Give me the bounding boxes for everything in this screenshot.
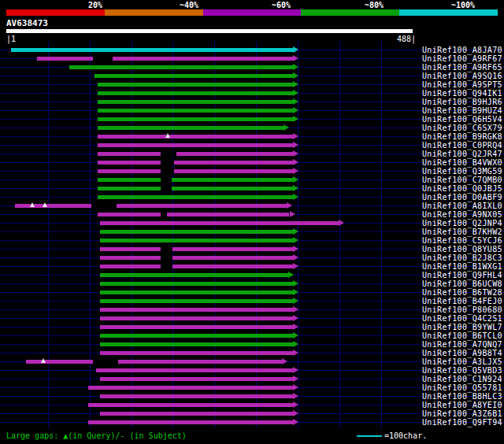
arrow-right-icon <box>293 376 298 382</box>
alignment-bar[interactable] <box>100 299 292 303</box>
alignment-bar[interactable] <box>100 265 292 268</box>
hit-label[interactable]: UniRef100_Q6H5V4 <box>422 115 502 124</box>
hit-label[interactable]: UniRef100_A7QNQ7 <box>422 340 502 349</box>
hit-label[interactable]: UniRef100_Q9FHL4 <box>422 271 502 279</box>
alignment-bar[interactable] <box>100 351 292 355</box>
hit-label[interactable]: UniRef100_A9SPT5 <box>422 80 502 89</box>
hit-label[interactable]: UniRef100_B9HJR6 <box>422 98 502 106</box>
hit-label[interactable]: UniRef100_Q3MG59 <box>422 167 502 176</box>
alignment-bar[interactable] <box>98 161 292 165</box>
alignment-bar[interactable] <box>37 57 293 61</box>
hit-label[interactable]: UniRef100_Q8YU85 <box>422 245 502 253</box>
hit-label[interactable]: UniRef100_Q2JR47 <box>422 150 502 158</box>
hit-label[interactable]: UniRef100_Q2JNP4 <box>422 219 502 228</box>
hit-label[interactable]: UniRef100_A9B8T4 <box>422 349 502 357</box>
alignment-bar[interactable] <box>98 169 292 173</box>
hit-label[interactable]: UniRef100_C5YCJ6 <box>422 236 502 245</box>
alignment-bar[interactable] <box>98 195 292 199</box>
hit-label[interactable]: UniRef100_B7KHW2 <box>422 228 502 236</box>
alignment-bar[interactable] <box>100 290 292 294</box>
alignment-bar[interactable] <box>98 117 292 121</box>
alignment-bar[interactable] <box>100 230 292 234</box>
alignment-bar[interactable] <box>100 325 292 329</box>
alignment-bar[interactable] <box>94 74 293 78</box>
hit-label[interactable]: UniRef100_B4FEJ0 <box>422 297 502 305</box>
arrow-right-icon <box>293 142 298 148</box>
hit-label[interactable]: UniRef100_B4VWX0 <box>422 158 502 167</box>
hit-label[interactable]: UniRef100_A9NX05 <box>422 210 502 219</box>
hit-label[interactable]: UniRef100_C0PRQ4 <box>422 141 502 150</box>
alignment-bar[interactable] <box>88 386 293 390</box>
alignment-bar[interactable] <box>100 273 288 277</box>
subject-gap-box <box>161 246 173 252</box>
alignment-bar[interactable] <box>98 143 292 147</box>
alignment-bar[interactable] <box>98 187 292 191</box>
subject-gap-box <box>93 56 113 61</box>
hit-label[interactable]: UniRef100_Q94IK1 <box>422 89 502 98</box>
hit-label[interactable]: UniRef100_Q55781 <box>422 383 502 392</box>
alignment-bar[interactable] <box>100 316 292 320</box>
query-gap-triangle-icon <box>165 133 170 138</box>
alignment-row: UniRef100_Q2JR47 <box>0 150 504 158</box>
arrow-right-icon <box>293 280 298 287</box>
alignment-bar[interactable] <box>100 247 292 251</box>
subject-gap-box <box>161 177 172 183</box>
alignment-bar[interactable] <box>15 204 287 208</box>
hit-label[interactable]: UniRef100_A8JA70 <box>422 46 502 54</box>
alignment-bar[interactable] <box>100 256 292 260</box>
alignment-row: UniRef100_A8YEI0 <box>0 401 504 409</box>
alignment-bar[interactable] <box>98 100 292 104</box>
alignment-bar[interactable] <box>69 65 292 69</box>
alignment-bar[interactable] <box>98 109 292 113</box>
hit-label[interactable]: UniRef100_B2J8C3 <box>422 253 502 262</box>
hit-label[interactable]: UniRef100_A9SQ16 <box>422 72 502 80</box>
hit-label[interactable]: UniRef100_P80680 <box>422 305 502 314</box>
alignment-bar[interactable] <box>100 394 292 398</box>
alignment-bar[interactable] <box>100 308 292 312</box>
subject-gap-box <box>161 255 173 261</box>
alignment-bar[interactable] <box>11 48 292 52</box>
hit-label[interactable]: UniRef100_B6TCL0 <box>422 331 502 340</box>
alignment-bar[interactable] <box>88 420 293 424</box>
alignment-bar[interactable] <box>98 91 292 95</box>
hit-label[interactable]: UniRef100_Q5VBD3 <box>422 366 502 375</box>
alignment-bar[interactable] <box>98 213 289 216</box>
hit-label[interactable]: UniRef100_Q4C2S1 <box>422 314 502 323</box>
hit-label[interactable]: UniRef100_B8HLC3 <box>422 392 502 401</box>
alignment-bar[interactable] <box>98 152 292 156</box>
alignment-bar[interactable] <box>98 126 284 130</box>
hit-label[interactable]: UniRef100_B6TW28 <box>422 288 502 297</box>
alignment-bar[interactable] <box>96 368 293 372</box>
arrow-right-icon <box>293 254 298 261</box>
alignment-bar[interactable] <box>98 135 292 139</box>
hit-label[interactable]: UniRef100_B9HUZ4 <box>422 106 502 115</box>
hit-label[interactable]: UniRef100_Q0JBJ5 <box>422 184 502 193</box>
alignment-bar[interactable] <box>26 360 282 364</box>
hit-label[interactable]: UniRef100_A3Z6B1 <box>422 409 502 418</box>
alignment-bar[interactable] <box>100 221 338 225</box>
hit-label[interactable]: UniRef100_A9RF67 <box>422 54 502 63</box>
alignment-bar[interactable] <box>98 83 292 87</box>
hit-label[interactable]: UniRef100_D0ABF9 <box>422 193 502 202</box>
alignment-bar[interactable] <box>88 403 293 407</box>
alignment-bar[interactable] <box>100 239 292 242</box>
alignment-bar[interactable] <box>100 342 292 346</box>
hit-label[interactable]: UniRef100_C7QMB0 <box>422 176 502 184</box>
hit-label[interactable]: UniRef100_B1WXG1 <box>422 262 502 271</box>
hit-label[interactable]: UniRef100_Q9FT94 <box>422 418 502 427</box>
hit-label[interactable]: UniRef100_A8IXL0 <box>422 202 502 210</box>
alignment-row: UniRef100_B7KHW2 <box>0 228 504 236</box>
hit-label[interactable]: UniRef100_A3LJX5 <box>422 357 502 366</box>
alignment-bar[interactable] <box>100 412 292 416</box>
alignment-bar[interactable] <box>98 178 292 182</box>
hit-label[interactable]: UniRef100_A8YEI0 <box>422 401 502 409</box>
hit-label[interactable]: UniRef100_A9RF65 <box>422 63 502 72</box>
hit-label[interactable]: UniRef100_B6UCW8 <box>422 279 502 288</box>
alignment-bar[interactable] <box>100 377 292 381</box>
hit-label[interactable]: UniRef100_C1N924 <box>422 375 502 383</box>
alignment-bar[interactable] <box>100 282 292 286</box>
hit-label[interactable]: UniRef100_C6SX79 <box>422 124 502 132</box>
alignment-bar[interactable] <box>100 334 292 338</box>
hit-label[interactable]: UniRef100_B9RGK8 <box>422 132 502 141</box>
hit-label[interactable]: UniRef100_B9YWL7 <box>422 323 502 331</box>
